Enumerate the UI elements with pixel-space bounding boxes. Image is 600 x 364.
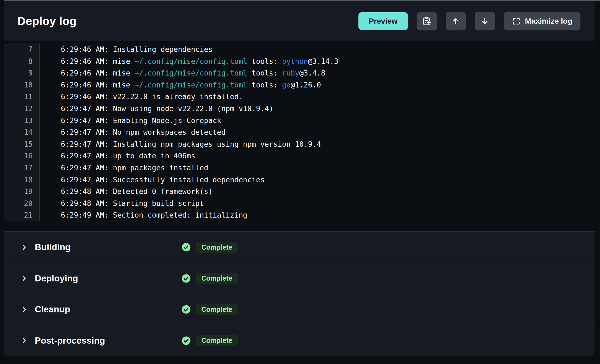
section-row-left: Deploying (20, 273, 182, 284)
log-message: 6:29:46 AM: mise ~/.config/mise/config.t… (40, 67, 325, 79)
scroll-to-top-button[interactable] (446, 12, 466, 30)
log-line: 96:29:46 AM: mise ~/.config/mise/config.… (4, 67, 595, 79)
log-text: Now using node v22.22.0 (npm v10.9.4) (113, 104, 273, 113)
check-circle-icon (182, 336, 191, 345)
log-timestamp: 6:29:46 AM: (61, 57, 113, 65)
section-label: Building (35, 242, 71, 252)
log-timestamp: 6:29:47 AM: (61, 152, 113, 160)
line-number: 12 (4, 103, 40, 115)
log-message: 6:29:47 AM: up to date in 406ms (40, 150, 195, 162)
log-line: 196:29:48 AM: Detected 0 framework(s) (4, 186, 595, 197)
chevron-right-icon[interactable] (20, 244, 28, 251)
line-number: 10 (4, 79, 40, 91)
log-text: @3.4.8 (299, 69, 326, 77)
status-badge: Complete (196, 242, 238, 253)
chevron-right-icon[interactable] (20, 337, 28, 344)
chevron-right-icon[interactable] (20, 275, 28, 282)
line-number: 8 (4, 55, 40, 67)
log-text: Installing npm packages using npm versio… (113, 140, 321, 148)
check-circle-icon (182, 243, 191, 252)
check-circle-icon (182, 305, 191, 314)
maximize-icon (512, 17, 521, 26)
section-status: Complete (182, 304, 238, 315)
log-message: 6:29:47 AM: Enabling Node.js Corepack (40, 115, 221, 127)
section-row-cleanup[interactable]: CleanupComplete (4, 294, 595, 325)
log-text: mise (113, 69, 135, 77)
section-row-post-processing[interactable]: Post-processingComplete (4, 325, 595, 356)
line-number: 14 (4, 126, 40, 138)
log-text: Starting build script (113, 199, 204, 208)
log-timestamp: 6:29:46 AM: (61, 45, 113, 54)
section-row-left: Building (20, 242, 182, 252)
log-timestamp: 6:29:48 AM: (61, 199, 113, 208)
chevron-right-icon[interactable] (20, 306, 28, 313)
log-timestamp: 6:29:47 AM: (61, 128, 113, 136)
scroll-to-bottom-button[interactable] (475, 12, 495, 30)
line-number: 17 (4, 162, 40, 174)
deploy-log-header: Deploy log Preview (4, 1, 595, 41)
section-row-building[interactable]: BuildingComplete (4, 231, 595, 263)
deploy-stage-sections: BuildingCompleteDeployingCompleteCleanup… (4, 231, 595, 356)
section-label: Cleanup (35, 304, 70, 315)
log-line: 156:29:47 AM: Installing npm packages us… (4, 138, 595, 150)
log-text: tools: (247, 81, 282, 89)
log-timestamp: 6:29:46 AM: (61, 81, 113, 89)
copy-log-button[interactable] (417, 12, 437, 30)
log-viewer[interactable]: 76:29:46 AM: Installing dependencies86:2… (4, 41, 595, 231)
section-status: Complete (182, 335, 238, 346)
section-row-deploying[interactable]: DeployingComplete (4, 263, 595, 294)
log-line: 166:29:47 AM: up to date in 406ms (4, 150, 595, 162)
tool-name-text: ruby (282, 69, 299, 77)
log-text: Successfully installed dependencies (113, 175, 264, 184)
log-message: 6:29:47 AM: Now using node v22.22.0 (npm… (40, 103, 273, 115)
log-line: 206:29:48 AM: Starting build script (4, 197, 595, 209)
section-row-left: Post-processing (20, 335, 182, 346)
preview-button[interactable]: Preview (358, 12, 408, 30)
log-text: tools: (247, 69, 282, 77)
log-text: npm packages installed (113, 164, 208, 172)
line-number: 19 (4, 186, 40, 197)
status-badge: Complete (196, 335, 238, 346)
section-label: Post-processing (35, 335, 105, 346)
status-badge: Complete (196, 304, 238, 315)
log-text: Detected 0 framework(s) (113, 187, 212, 196)
log-line: 76:29:46 AM: Installing dependencies (4, 43, 595, 55)
log-text: tools: (247, 57, 282, 65)
log-text: @3.14.3 (308, 57, 338, 65)
log-message: 6:29:47 AM: npm packages installed (40, 162, 208, 174)
line-number: 9 (4, 67, 40, 79)
line-number: 13 (4, 115, 40, 127)
log-line: 176:29:47 AM: npm packages installed (4, 162, 595, 174)
page-title: Deploy log (17, 15, 77, 28)
line-number: 16 (4, 150, 40, 162)
log-message: 6:29:46 AM: Installing dependencies (40, 43, 212, 55)
log-timestamp: 6:29:47 AM: (61, 116, 113, 125)
log-line: 216:29:49 AM: Section completed: initial… (4, 209, 595, 221)
clipboard-copy-icon (422, 16, 432, 26)
file-path-text: ~/.config/mise/config.toml (135, 69, 247, 77)
section-row-left: Cleanup (20, 304, 182, 315)
log-line: 106:29:46 AM: mise ~/.config/mise/config… (4, 79, 595, 91)
arrow-up-icon (451, 17, 460, 26)
log-text: mise (113, 57, 135, 65)
log-message: 6:29:46 AM: mise ~/.config/mise/config.t… (40, 79, 321, 91)
deploy-log-panel: Deploy log Preview (4, 1, 595, 356)
arrow-down-icon (480, 17, 489, 26)
log-text: @1.26.0 (291, 81, 321, 89)
log-line: 186:29:47 AM: Successfully installed dep… (4, 174, 595, 186)
maximize-log-button[interactable]: Maximize log (504, 12, 580, 30)
log-timestamp: 6:29:46 AM: (61, 69, 113, 77)
log-timestamp: 6:29:47 AM: (61, 175, 113, 184)
log-timestamp: 6:29:46 AM: (61, 92, 113, 101)
log-timestamp: 6:29:47 AM: (61, 140, 113, 148)
log-line: 116:29:46 AM: v22.22.0 is already instal… (4, 91, 595, 103)
log-message: 6:29:47 AM: Successfully installed depen… (40, 174, 265, 186)
line-number: 21 (4, 209, 40, 221)
log-text: up to date in 406ms (113, 152, 195, 160)
file-path-text: ~/.config/mise/config.toml (135, 57, 247, 65)
log-text: Enabling Node.js Corepack (113, 116, 221, 125)
log-message: 6:29:47 AM: No npm workspaces detected (40, 126, 226, 138)
log-message: 6:29:47 AM: Installing npm packages usin… (40, 138, 321, 150)
tool-name-text: go (282, 81, 291, 89)
log-text: v22.22.0 is already installed. (113, 92, 243, 101)
